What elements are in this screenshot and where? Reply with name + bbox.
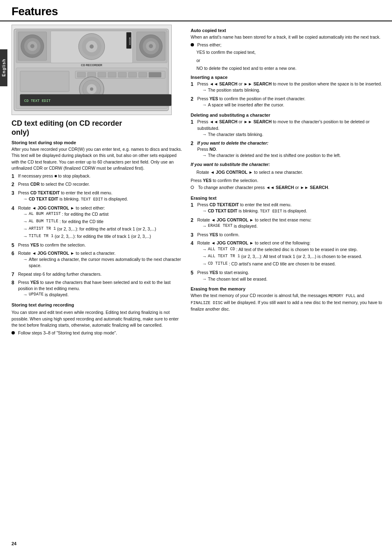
svg-rect-29 [138, 72, 147, 77]
step4-arrow4: → TITLE TR 1 (or 2, 3,...): for editing … [23, 233, 184, 240]
delete-step-2: 2 If you want to delete the character: P… [191, 140, 384, 160]
svg-rect-24 [88, 72, 96, 77]
erase2-arrow: → ERASE TEXT is displayed. [202, 223, 384, 230]
erase-step-4: 4 Rotate ◄ JOG CONTROL ► to select one o… [191, 240, 384, 268]
filled-bullet-icon [12, 331, 15, 334]
cd-section-title: CD text editing (on CD recorderonly) [12, 119, 184, 137]
stop-step-8: 8 Press YES to save the characters that … [12, 279, 184, 299]
main-content: WOOXX CD RECORDER [0, 25, 392, 346]
stop-step-5: 5 Press YES to confirm the selection. [12, 242, 184, 249]
stop-step-4: 4 Rotate ◄ JOG CONTROL ► to select eithe… [12, 205, 184, 241]
open-circle-icon [191, 186, 194, 189]
svg-text:CD TEXT EDIT: CD TEXT EDIT [24, 99, 51, 103]
svg-rect-28 [129, 72, 137, 77]
device-image: WOOXX CD RECORDER [12, 25, 172, 115]
page-title: Features [12, 5, 384, 18]
auto-copied-bullets: Press either; [191, 42, 384, 48]
inserting-heading: Inserting a space [191, 75, 384, 80]
stop-step-6: 6 Rotate ◄ JOG CONTROL ► to select a cha… [12, 250, 184, 270]
step4-arrow2: → AL BUM TITLE: for editing the CD title [23, 219, 184, 225]
step4-arrow1: → AL BUM ARTIST: for editing the CD arti… [23, 211, 184, 218]
substitute-confirm: Press YES to confirm the selection. [191, 178, 384, 184]
erasing-steps: 1 Press CD TEXT/EDIT to enter the text e… [191, 202, 384, 283]
svg-text:CD RECORDER: CD RECORDER [81, 64, 102, 67]
auto-yes: YES to confirm the copied text, [196, 49, 384, 55]
auto-or: or [196, 58, 384, 64]
erase4-arrow3: → CD TITLE: CD artist's name and CD titl… [202, 261, 384, 267]
delete1-arrow: → The character starts blinking. [202, 131, 384, 138]
language-tab: English [0, 49, 7, 86]
step8-arrow: → UPDATE is displayed. [23, 292, 184, 298]
svg-rect-30 [149, 72, 161, 77]
svg-point-34 [90, 88, 93, 91]
page-header: Features [0, 0, 392, 21]
substitute-text: Rotate ◄ JOG CONTROL ► to select a new c… [196, 169, 384, 175]
stop-mode-heading: Storing text during stop mode [12, 140, 184, 145]
delete2-arrow: → The character is deleted and the text … [202, 152, 384, 159]
erase-step-2: 2 Rotate ◄ JOG CONTROL ► to select the t… [191, 217, 384, 231]
step3-arrow: → CD TEXT EDIT is blinking. TEXT EDIT is… [23, 196, 184, 203]
erase1-arrow: → CD TEXT EDIT is blinking. TEXT EDIT is… [202, 208, 384, 215]
svg-rect-23 [77, 72, 85, 77]
erase4-arrow1: → ALL TEXT CD: All text of the selected … [202, 247, 384, 253]
erase4-arrow2: → ALL TEXT TR 1 (or 2, 3,...): All text … [202, 254, 384, 260]
stop-step-7: 7 Repeat step 6 for adding further chara… [12, 271, 184, 278]
inserting-steps: 1 Press ◄◄ SEARCH or ►► SEARCH to move t… [191, 81, 384, 109]
deleting-steps: 1 Press ◄◄ SEARCH or ►► SEARCH to move t… [191, 119, 384, 160]
page-number: 24 [12, 541, 16, 546]
recording-bullet-1: Follow steps 3–8 of "Storing text during… [12, 330, 184, 336]
delete-step-1: 1 Press ◄◄ SEARCH or ►► SEARCH to move t… [191, 119, 384, 138]
insert1-arrow: → The position starts blinking. [202, 87, 384, 94]
stop-step-2: 2 Press CDR to select the CD recorder. [12, 181, 184, 188]
open-circle-item: To change another character press ◄◄ SEA… [191, 184, 384, 192]
recording-heading: Storing text during recording [12, 302, 184, 307]
auto-no: NO to delete the copied text and to ente… [196, 65, 384, 71]
svg-rect-27 [118, 72, 127, 77]
auto-copied-text: When an artist's name has been stored fo… [191, 34, 384, 40]
stop-step-1: 1 If necessary press ■ to stop playback. [12, 173, 184, 180]
erase-step-5: 5 Press YES to start erasing. → The chos… [191, 270, 384, 283]
erase-step-1: 1 Press CD TEXT/EDIT to enter the text e… [191, 202, 384, 216]
insert-step-2: 2 Press YES to confirm the position of t… [191, 96, 384, 109]
stop-mode-intro: After you have recorded your CDR(W) you … [12, 146, 184, 171]
insert-step-1: 1 Press ◄◄ SEARCH or ►► SEARCH to move t… [191, 81, 384, 95]
auto-copied-heading: Auto copied text [191, 28, 384, 33]
memory-heading: Erasing from the memory [191, 286, 384, 291]
deleting-heading: Deleting and substituting a character [191, 113, 384, 118]
svg-rect-25 [98, 72, 106, 77]
svg-point-6 [30, 44, 35, 48]
svg-point-11 [149, 44, 153, 48]
erase-step-3: 3 Press YES to confirm. [191, 232, 384, 239]
left-column: WOOXX CD RECORDER [12, 25, 184, 337]
substitute-heading: If you want to substitute the character: [191, 161, 384, 168]
recording-intro: You can store and edit text even while r… [12, 309, 184, 328]
stop-step-3: 3 Press CD TEXT/EDIT to enter the text e… [12, 190, 184, 204]
stop-mode-steps: 1 If necessary press ■ to stop playback.… [12, 173, 184, 299]
recording-bullets: Follow steps 3–8 of "Storing text during… [12, 330, 184, 336]
erasing-heading: Erasing text [191, 196, 384, 201]
memory-text: When the text memory of your CD recorder… [191, 293, 384, 312]
svg-rect-21 [20, 71, 69, 92]
erase5-arrow: → The chosen text will be erased. [202, 276, 384, 283]
svg-text:WOOXX: WOOXX [129, 37, 131, 46]
language-label: English [2, 59, 6, 76]
auto-bullet-1: Press either; [191, 42, 384, 48]
right-column: Auto copied text When an artist's name h… [191, 25, 384, 337]
svg-rect-26 [108, 72, 116, 77]
step6-arrow: → After selecting a character, the curso… [23, 256, 184, 269]
insert2-arrow: → A space will be inserted after the cur… [202, 102, 384, 108]
filled-bullet-icon [191, 43, 194, 46]
step4-arrow3: → ARTIST TR 1 (or 2, 3,...): for editing… [23, 226, 184, 233]
svg-point-16 [90, 44, 94, 48]
